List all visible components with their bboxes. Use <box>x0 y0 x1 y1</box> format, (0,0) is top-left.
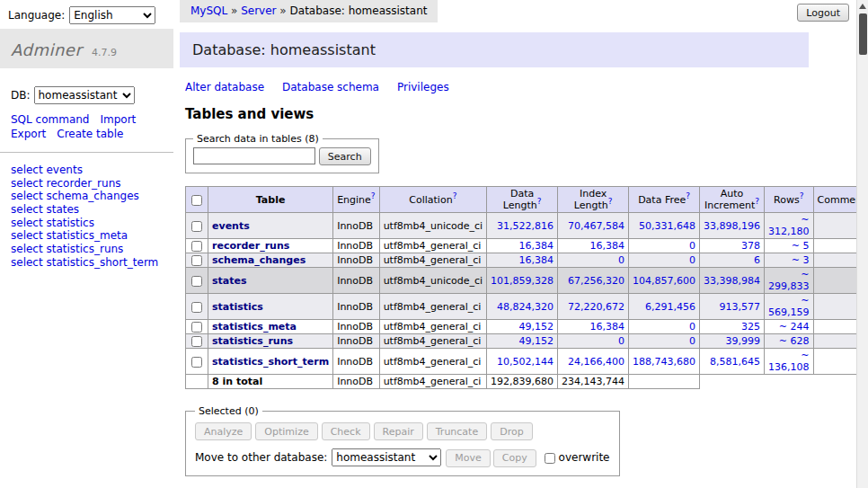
sidebar-table-link-select-events[interactable]: select events <box>11 164 163 177</box>
db-action-alter-database[interactable]: Alter database <box>185 81 264 93</box>
overwrite-checkbox[interactable] <box>545 453 555 464</box>
data-free-link[interactable]: 104,857,600 <box>633 275 695 287</box>
auto-increment-link[interactable]: 378 <box>741 240 760 252</box>
db-action-database-schema[interactable]: Database schema <box>282 81 379 93</box>
help-icon[interactable]: ? <box>537 197 542 206</box>
data-length-link[interactable]: 101,859,328 <box>491 275 554 287</box>
data-length-link[interactable]: 31,522,816 <box>497 220 554 232</box>
table-name-link[interactable]: statistics_short_term <box>212 356 329 368</box>
table-name-link[interactable]: states <box>212 275 247 287</box>
row-checkbox[interactable] <box>191 276 202 287</box>
auto-increment-link[interactable]: 39,999 <box>726 335 761 347</box>
help-icon[interactable]: ? <box>371 191 376 200</box>
rows-count-link[interactable]: ~ 628 <box>779 335 810 347</box>
data-free-link[interactable]: 0 <box>689 254 695 266</box>
table-name-link[interactable]: statistics_runs <box>212 335 293 347</box>
sidebar-op-create-table[interactable]: Create table <box>57 128 123 140</box>
optimize-button[interactable]: Optimize <box>255 422 317 440</box>
help-icon[interactable]: ? <box>686 191 690 200</box>
sidebar-op-export[interactable]: Export <box>11 128 46 140</box>
move-button[interactable]: Move <box>446 449 491 467</box>
select-all-checkbox[interactable] <box>191 195 202 206</box>
table-name-link[interactable]: schema_changes <box>212 254 306 266</box>
sidebar-table-link-select-states[interactable]: select states <box>11 203 163 217</box>
table-name-link[interactable]: statistics <box>212 301 263 313</box>
scroll-up-icon[interactable] <box>859 4 866 9</box>
search-button[interactable]: Search <box>319 147 371 165</box>
auto-increment-link[interactable]: 33,898,196 <box>704 220 760 232</box>
auto-increment-link[interactable]: 913,577 <box>720 301 761 313</box>
db-action-privileges[interactable]: Privileges <box>397 81 449 93</box>
sidebar-table-link-select-schema-changes[interactable]: select schema_changes <box>11 190 163 203</box>
data-free-link[interactable]: 50,331,648 <box>639 220 695 232</box>
check-button[interactable]: Check <box>322 422 370 440</box>
drop-button[interactable]: Drop <box>491 422 532 440</box>
search-input[interactable] <box>193 147 315 164</box>
index-length-link[interactable]: 70,467,584 <box>568 220 624 232</box>
index-length-link[interactable]: 16,384 <box>590 240 625 252</box>
index-length-link[interactable]: 67,256,320 <box>568 275 624 287</box>
analyze-button[interactable]: Analyze <box>195 422 252 440</box>
data-free-link[interactable]: 6,291,456 <box>645 301 695 313</box>
table-name-link[interactable]: statistics_meta <box>212 321 297 333</box>
row-checkbox[interactable] <box>191 336 202 347</box>
data-free-link[interactable]: 0 <box>689 240 695 252</box>
vertical-scrollbar[interactable] <box>856 0 868 488</box>
rows-count-link[interactable]: ~ 3 <box>792 254 810 266</box>
data-length-link[interactable]: 10,502,144 <box>497 356 554 368</box>
sidebar-op-sql-command[interactable]: SQL command <box>11 113 89 126</box>
auto-increment-link[interactable]: 6 <box>754 254 760 266</box>
data-length-link[interactable]: 16,384 <box>519 254 554 266</box>
sidebar-table-link-select-recorder-runs[interactable]: select recorder_runs <box>11 177 163 191</box>
sidebar-table-link-select-statistics[interactable]: select statistics <box>11 217 163 230</box>
auto-increment-link[interactable]: 325 <box>741 321 760 333</box>
row-checkbox[interactable] <box>191 255 202 266</box>
sidebar-table-link-select-statistics-runs[interactable]: select statistics_runs <box>11 243 163 256</box>
row-checkbox[interactable] <box>191 221 202 232</box>
table-name-link[interactable]: events <box>212 220 250 232</box>
truncate-button[interactable]: Truncate <box>427 422 487 440</box>
auto-increment-link[interactable]: 33,398,984 <box>704 275 760 287</box>
scrollbar-thumb[interactable] <box>859 13 867 55</box>
rows-count-link[interactable]: ~ 5 <box>792 240 810 252</box>
breadcrumb-link-mysql[interactable]: MySQL <box>190 4 227 17</box>
db-select[interactable]: homeassistant <box>34 86 135 104</box>
logout-button[interactable]: Logout <box>797 4 849 22</box>
row-checkbox[interactable] <box>191 357 202 368</box>
data-length-link[interactable]: 49,152 <box>519 321 554 333</box>
row-checkbox[interactable] <box>191 322 202 333</box>
data-free-link[interactable]: 0 <box>689 335 695 347</box>
move-db-select[interactable]: homeassistant <box>332 448 441 466</box>
breadcrumb-link-server[interactable]: Server <box>241 4 276 17</box>
index-length-link[interactable]: 16,384 <box>590 321 625 333</box>
row-checkbox[interactable] <box>191 302 202 313</box>
rows-count-link[interactable]: ~ 136,108 <box>768 350 810 373</box>
index-length-link[interactable]: 24,166,400 <box>568 356 624 368</box>
index-length-link[interactable]: 0 <box>618 335 624 347</box>
data-length-link[interactable]: 49,152 <box>519 335 554 347</box>
table-name-link[interactable]: recorder_runs <box>212 240 289 252</box>
data-length-link[interactable]: 48,824,320 <box>497 301 554 313</box>
index-length-link[interactable]: 0 <box>618 254 624 266</box>
rows-count-link[interactable]: ~ 299,833 <box>768 269 810 292</box>
help-icon[interactable]: ? <box>755 197 759 206</box>
help-icon[interactable]: ? <box>800 191 804 200</box>
language-select[interactable]: English <box>69 6 155 24</box>
rows-count-link[interactable]: ~ 312,180 <box>768 214 810 237</box>
index-length-link[interactable]: 72,220,672 <box>568 301 624 313</box>
auto-increment-cell: 33,898,196 <box>700 213 765 239</box>
row-checkbox[interactable] <box>191 241 202 252</box>
copy-button[interactable]: Copy <box>493 449 536 467</box>
data-free-link[interactable]: 0 <box>689 321 695 333</box>
sidebar-table-link-select-statistics-short-term[interactable]: select statistics_short_term <box>11 256 163 270</box>
rows-count-link[interactable]: ~ 244 <box>779 321 810 333</box>
auto-increment-link[interactable]: 8,581,645 <box>710 356 760 368</box>
help-icon[interactable]: ? <box>453 191 457 200</box>
sidebar-table-link-select-statistics-meta[interactable]: select statistics_meta <box>11 229 163 243</box>
rows-count-link[interactable]: ~ 569,159 <box>768 295 810 318</box>
data-length-link[interactable]: 16,384 <box>519 240 554 252</box>
repair-button[interactable]: Repair <box>374 422 423 440</box>
data-free-link[interactable]: 188,743,680 <box>633 356 695 368</box>
sidebar-op-import[interactable]: Import <box>100 113 136 126</box>
help-icon[interactable]: ? <box>608 197 613 206</box>
